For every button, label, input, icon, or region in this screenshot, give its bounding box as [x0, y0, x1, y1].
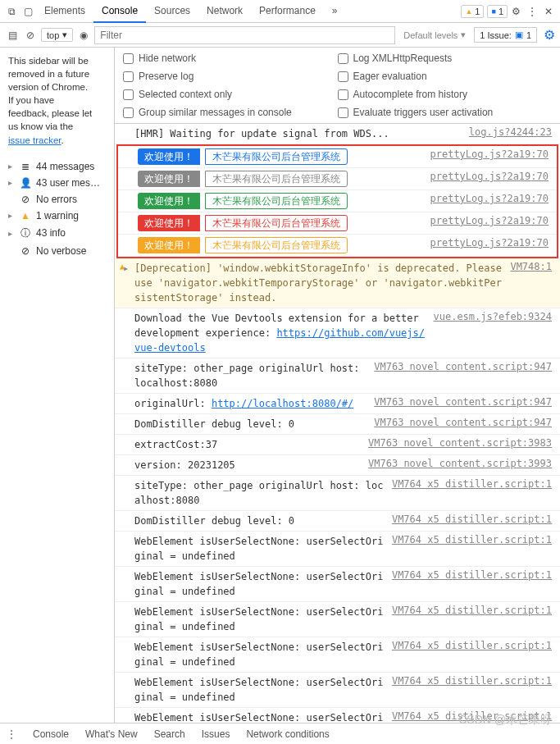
source-link[interactable]: prettyLog.js?2a19:70: [422, 171, 549, 182]
sidebar-item-3[interactable]: ▸ ▲ 1 warning: [8, 208, 106, 224]
tab-network[interactable]: Network: [198, 0, 251, 23]
tab-elements[interactable]: Elements: [36, 0, 93, 23]
console-message: 欢迎使用！木芒果有限公司后台管理系统: [138, 215, 422, 231]
option-checkbox[interactable]: [123, 107, 134, 118]
inline-link[interactable]: http://localhost:8080/#/: [212, 398, 353, 409]
drawer-tab-search[interactable]: Search: [154, 728, 185, 740]
option-6[interactable]: Group similar messages in console: [123, 107, 338, 118]
filter-input[interactable]: [94, 26, 395, 44]
option-checkbox[interactable]: [338, 89, 348, 100]
sidebar-item-0[interactable]: ▸ ≣ 44 messages: [8, 158, 106, 175]
warning-count-badge[interactable]: 1: [461, 5, 484, 18]
source-link[interactable]: prettyLog.js?2a19:70: [422, 148, 549, 160]
console-message: [Deprecation] 'window.webkitStorageInfo'…: [134, 261, 502, 305]
chevron-down-icon: ▾: [461, 30, 466, 40]
option-checkbox[interactable]: [338, 71, 348, 82]
option-checkbox[interactable]: [338, 53, 348, 64]
expand-arrow-icon: ▸: [8, 162, 15, 171]
drawer-tab-issues[interactable]: Issues: [202, 728, 230, 740]
drawer-tab-console[interactable]: Console: [33, 728, 69, 740]
tab-console[interactable]: Console: [93, 0, 146, 23]
drawer-tab-whatsnew[interactable]: What's New: [85, 728, 138, 740]
console-message: 欢迎使用！木芒果有限公司后台管理系统: [138, 148, 422, 165]
category-icon: ⊘: [20, 245, 31, 257]
console-output[interactable]: [HMR] Waiting for update signal from WDS…: [115, 124, 560, 723]
source-link[interactable]: prettyLog.js?2a19:70: [422, 215, 549, 226]
console-settings-gear-icon[interactable]: ⚙: [544, 27, 555, 43]
source-link[interactable]: prettyLog.js?2a19:70: [422, 193, 549, 204]
console-message: originalUrl: http://localhost:8080/#/: [134, 396, 366, 411]
source-link[interactable]: VM764 x5 distiller.script:1: [384, 605, 552, 616]
category-icon: 👤: [20, 177, 31, 189]
console-row: DomDistiller debug level: 0 VM763 novel …: [115, 414, 560, 435]
source-link[interactable]: VM763 novel content.script:947: [366, 396, 552, 408]
drawer-menu-icon[interactable]: ⋮: [7, 728, 16, 740]
option-5[interactable]: Autocomplete from history: [338, 89, 553, 100]
source-link[interactable]: log.js?4244:23: [461, 126, 552, 138]
console-row: 欢迎使用！木芒果有限公司后台管理系统 prettyLog.js?2a19:70: [118, 235, 557, 257]
option-7[interactable]: Evaluate triggers user activation: [338, 107, 553, 118]
inline-link[interactable]: https://github.com/vuejs/vue-devtools: [134, 327, 425, 354]
source-link[interactable]: VM748:1: [502, 261, 552, 272]
close-devtools-icon[interactable]: ✕: [540, 6, 557, 17]
drawer-tab-network-conditions[interactable]: Network conditions: [246, 728, 329, 740]
option-label: Log XMLHttpRequests: [353, 52, 453, 64]
option-2[interactable]: Preserve log: [123, 71, 338, 82]
log-text: 木芒果有限公司后台管理系统: [205, 215, 348, 231]
sidebar-item-5[interactable]: ⊘ No verbose: [8, 243, 106, 259]
console-message: extractCost:37: [134, 437, 360, 452]
issue-tracker-link[interactable]: issue tracker: [8, 135, 61, 145]
source-link[interactable]: VM764 x5 distiller.script:1: [384, 513, 552, 525]
console-row: siteType: other_page originalUrl host: l…: [115, 476, 560, 511]
toggle-sidebar-icon[interactable]: ▤: [5, 28, 20, 43]
source-link[interactable]: VM763 novel content.script:947: [366, 361, 552, 372]
console-main: Hide networkLog XMLHttpRequestsPreserve …: [115, 48, 560, 723]
option-checkbox[interactable]: [123, 89, 134, 100]
option-4[interactable]: Selected context only: [123, 89, 338, 100]
panel-tabs: Elements Console Sources Network Perform…: [36, 0, 458, 23]
log-badge: 欢迎使用！: [138, 215, 200, 231]
source-link[interactable]: VM764 x5 distiller.script:1: [384, 534, 552, 545]
source-link[interactable]: VM764 x5 distiller.script:1: [384, 478, 552, 490]
sidebar-item-2[interactable]: ⊘ No errors: [8, 191, 106, 208]
source-link[interactable]: VM764 x5 distiller.script:1: [384, 710, 552, 722]
tab-performance[interactable]: Performance: [251, 0, 324, 23]
console-row: WebElement isUserSelectNone: userSelectO…: [115, 602, 560, 637]
source-link[interactable]: VM764 x5 distiller.script:1: [384, 675, 552, 687]
sidebar-item-4[interactable]: ▸ ⓘ 43 info: [8, 224, 106, 243]
console-row: WebElement isUserSelectNone: userSelectO…: [115, 637, 560, 673]
option-3[interactable]: Eager evaluation: [338, 71, 553, 82]
source-link[interactable]: prettyLog.js?2a19:70: [422, 237, 549, 249]
option-1[interactable]: Log XMLHttpRequests: [338, 52, 553, 64]
devtools-topbar: ⧉ ▢ Elements Console Sources Network Per…: [0, 0, 560, 23]
settings-gear-icon[interactable]: ⚙: [508, 6, 524, 17]
option-checkbox[interactable]: [338, 107, 348, 118]
issues-button[interactable]: 1 Issue: ▣ 1: [474, 27, 537, 43]
option-checkbox[interactable]: [123, 71, 134, 82]
console-message: WebElement isUserSelectNone: userSelectO…: [134, 710, 384, 723]
console-message: Download the Vue Devtools extension for …: [134, 311, 426, 355]
console-message: WebElement isUserSelectNone: userSelectO…: [134, 640, 384, 669]
tab-more[interactable]: »: [324, 0, 346, 23]
sidebar-item-1[interactable]: ▸ 👤 43 user mes…: [8, 175, 106, 191]
tab-sources[interactable]: Sources: [146, 0, 198, 23]
live-expression-icon[interactable]: ◉: [76, 28, 91, 43]
option-checkbox[interactable]: [123, 53, 134, 64]
inspect-icon[interactable]: ⧉: [3, 6, 20, 17]
device-toggle-icon[interactable]: ▢: [20, 6, 36, 17]
log-levels-selector[interactable]: Default levels ▾: [398, 29, 471, 41]
source-link[interactable]: VM763 novel content.script:947: [366, 417, 552, 428]
kebab-menu-icon[interactable]: ⋮: [524, 6, 540, 17]
context-selector[interactable]: top ▾: [41, 28, 73, 42]
option-0[interactable]: Hide network: [123, 52, 338, 64]
console-message: WebElement isUserSelectNone: userSelectO…: [134, 534, 384, 564]
source-link[interactable]: VM764 x5 distiller.script:1: [384, 640, 552, 651]
source-link[interactable]: VM764 x5 distiller.script:1: [384, 569, 552, 581]
console-options-grid: Hide networkLog XMLHttpRequestsPreserve …: [115, 48, 560, 124]
source-link[interactable]: vue.esm.js?efeb:9324: [426, 311, 553, 322]
source-link[interactable]: VM763 novel content.script:3993: [360, 458, 552, 469]
clear-console-icon[interactable]: ⊘: [23, 28, 38, 43]
source-link[interactable]: VM763 novel content.script:3983: [360, 437, 552, 449]
info-count-badge[interactable]: 1: [487, 5, 508, 18]
console-row: 欢迎使用！木芒果有限公司后台管理系统 prettyLog.js?2a19:70: [118, 146, 557, 168]
